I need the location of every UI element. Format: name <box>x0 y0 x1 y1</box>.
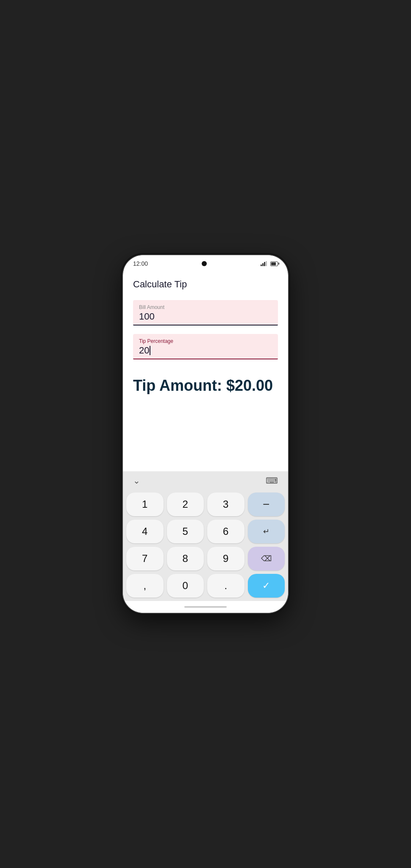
key--[interactable]: ⌫ <box>248 547 285 570</box>
app-content: Calculate Tip Bill Amount 100 Tip Percen… <box>123 269 288 471</box>
key-1[interactable]: 1 <box>126 492 164 516</box>
key-4[interactable]: 4 <box>126 520 164 543</box>
bottom-indicator <box>184 606 227 608</box>
text-cursor <box>150 346 150 355</box>
camera-notch <box>202 261 207 266</box>
phone-shell: 12:00 Calculate Tip Bill Amount <box>123 255 288 613</box>
key--[interactable]: , <box>126 574 164 598</box>
keyboard-area: 123−456↵789⌫,0.✓ <box>123 488 288 601</box>
phone-screen: 12:00 Calculate Tip Bill Amount <box>123 255 288 613</box>
page-title: Calculate Tip <box>133 279 278 290</box>
bill-amount-value: 100 <box>139 311 272 322</box>
key--[interactable]: − <box>248 492 285 516</box>
tip-percentage-label: Tip Percentage <box>139 338 272 344</box>
keyboard-switch-button[interactable]: ⌨ <box>262 474 281 487</box>
tip-percentage-field[interactable]: Tip Percentage 20 <box>133 334 278 359</box>
status-bar: 12:00 <box>123 255 288 269</box>
key-6[interactable]: 6 <box>207 520 244 543</box>
key-8[interactable]: 8 <box>167 547 204 570</box>
key--[interactable]: . <box>207 574 244 598</box>
key-5[interactable]: 5 <box>167 520 204 543</box>
status-icons <box>261 261 278 266</box>
tip-result: Tip Amount: $20.00 <box>133 373 278 398</box>
key--[interactable]: ↵ <box>248 520 285 543</box>
tip-result-text: Tip Amount: $20.00 <box>133 376 278 395</box>
bill-amount-underline <box>133 325 278 326</box>
key-3[interactable]: 3 <box>207 492 244 516</box>
status-time: 12:00 <box>133 260 148 267</box>
bill-amount-label: Bill Amount <box>139 304 272 310</box>
keyboard-grid: 123−456↵789⌫,0.✓ <box>126 492 285 598</box>
bottom-bar <box>123 601 288 613</box>
tip-percentage-underline <box>133 359 278 359</box>
key-7[interactable]: 7 <box>126 547 164 570</box>
signal-icon <box>261 261 267 266</box>
tip-percentage-value: 20 <box>139 345 272 356</box>
keyboard-hide-button[interactable]: ⌄ <box>130 474 144 487</box>
keyboard-toolbar: ⌄ ⌨ <box>123 471 288 488</box>
key-0[interactable]: 0 <box>167 574 204 598</box>
key--[interactable]: ✓ <box>248 574 285 598</box>
bill-amount-field[interactable]: Bill Amount 100 <box>133 300 278 326</box>
key-2[interactable]: 2 <box>167 492 204 516</box>
key-9[interactable]: 9 <box>207 547 244 570</box>
battery-icon <box>270 262 278 266</box>
